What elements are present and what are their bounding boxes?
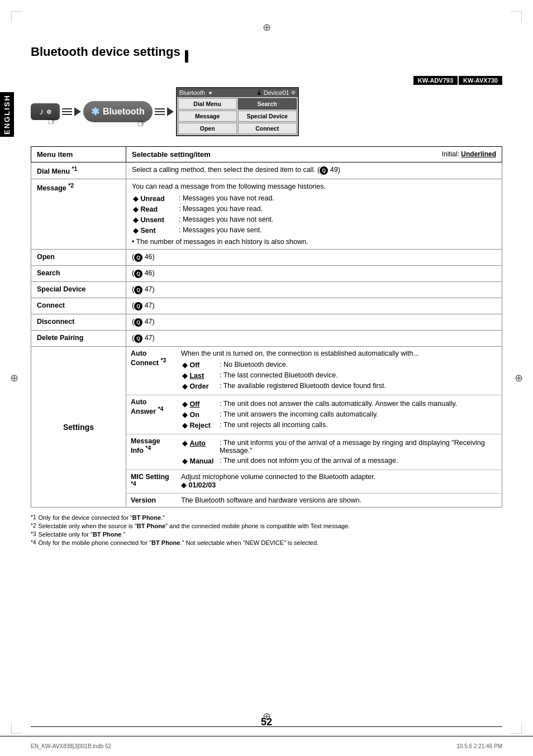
ref-icon-47a: Q <box>134 286 142 294</box>
bottom-left-text: EN_KW-AVX838[J]001B.indb 52 <box>31 743 111 749</box>
msg-sent-desc: : Messages you have sent. <box>179 226 495 235</box>
screen-btn-message[interactable]: Message <box>178 111 237 122</box>
td-message-setting: You can read a message from the followin… <box>126 179 502 250</box>
table-row-connect: Connect (Q 47) <box>31 298 502 314</box>
td-settings-content: Auto Connect *3 When the unit is turned … <box>126 347 502 508</box>
screen-btn-search[interactable]: Search <box>238 98 297 109</box>
list-item: ◆ On : The unit answers the incoming cal… <box>182 410 457 419</box>
screen-btn-connect[interactable]: Connect <box>238 123 297 134</box>
disconnect-text: Disconnect <box>37 318 74 326</box>
mi-auto-label: ◆ Auto <box>182 438 218 455</box>
nav-arrow-1 <box>60 107 83 116</box>
mi-auto-desc: : The unit informs you of the arrival of… <box>220 438 496 455</box>
main-content: Bluetooth device settings KW-ADV793 KW-A… <box>0 0 533 581</box>
nav-line-5 <box>155 111 165 112</box>
td-disconnect-label: Disconnect <box>31 314 126 331</box>
main-table: Menu item Selectable setting/item Initia… <box>31 146 502 508</box>
ref-icon-46b: Q <box>134 270 142 278</box>
th-initial-label: Initial: Underlined <box>442 150 496 158</box>
list-item: ◆ Auto : The unit informs you of the arr… <box>182 438 496 455</box>
td-open-label: Open <box>31 250 126 266</box>
list-item: ◆ Reject : The unit rejects all incoming… <box>182 420 457 430</box>
open-text: Open <box>37 253 55 261</box>
auto-answer-items: ◆ Off : The unit does not answer the cal… <box>181 398 458 431</box>
msg-unsent-desc: : Messages you have not sent. <box>179 215 495 224</box>
version-setting: The Bluetooth software and hardware vers… <box>177 494 502 508</box>
hand-cursor-source: ☞ <box>47 114 58 128</box>
settings-sub-row-auto-connect: Auto Connect *3 When the unit is turned … <box>126 347 502 395</box>
footnote-3: *3 Selectable only for "BT Phone." <box>31 531 502 538</box>
table-row-special-device: Special Device (Q 47) <box>31 282 502 298</box>
aa-off-label: ◆ Off <box>182 399 218 409</box>
msg-unread-label: Unread <box>133 194 178 203</box>
model-label-2: KW-AVX730 <box>459 76 502 85</box>
list-item: ◆ Manual : The unit does not inform you … <box>182 456 496 466</box>
model-label-1: KW-ADV793 <box>413 76 458 85</box>
nav-arrow-2 <box>153 107 176 116</box>
corner-mark-tl <box>11 11 22 22</box>
ac-off-label: ◆ Off <box>182 360 218 370</box>
screen-device-icon: 📱 <box>256 90 262 95</box>
list-item: ◆ Off : The unit does not answer the cal… <box>182 399 457 409</box>
nav-line-4 <box>155 108 165 109</box>
nav-arrow-lines-1 <box>62 108 72 115</box>
ref-icon-47c: Q <box>134 318 142 327</box>
auto-answer-label: Auto Answer *4 <box>126 395 177 434</box>
screen-top-bar: Bluetooth ◄ 📱 Device01 ⚙ <box>177 88 298 97</box>
footnote-2-text: Selectable only when the source is "BT P… <box>38 523 350 529</box>
delete-pairing-text: Delete Pairing <box>37 334 83 342</box>
nav-arrow-lines-2 <box>155 108 165 115</box>
screen-btn-special-device[interactable]: Special Device <box>238 111 297 122</box>
corner-mark-bl <box>11 722 22 734</box>
version-label: Version <box>126 494 177 508</box>
table-row-settings: Settings Auto Connect *3 When the unit i… <box>31 347 502 508</box>
list-item: ◆ Last : The last connected Bluetooth de… <box>182 371 386 380</box>
settings-sub-row-mic-setting: MIC Setting *4 Adjust microphone volume … <box>126 470 502 494</box>
ref-icon-49: Q <box>320 166 328 175</box>
message-intro: You can read a message from the followin… <box>132 183 496 190</box>
bottom-right-text: 10.5.6 2:21:46 PM <box>456 743 502 749</box>
msg-read-desc: : Messages you have read. <box>179 204 495 214</box>
ref-icon-46a: Q <box>134 253 142 262</box>
td-dial-menu-setting: Select a calling method, then select the… <box>126 162 502 179</box>
message-info-setting: ◆ Auto : The unit informs you of the arr… <box>177 434 502 470</box>
settings-label-text: Settings <box>63 423 94 432</box>
ref-icon-47b: Q <box>134 302 142 310</box>
list-item: Unread : Messages you have not read. <box>133 194 495 203</box>
auto-connect-label: Auto Connect *3 <box>126 347 177 395</box>
list-item: Sent : Messages you have sent. <box>133 226 495 235</box>
gear-mark-left: ⊕ <box>10 372 18 384</box>
screen-btn-open[interactable]: Open <box>178 123 237 134</box>
footnote-1: *1 Only for the device connected for "BT… <box>31 514 502 521</box>
td-delete-pairing-setting: (Q 47) <box>126 331 502 347</box>
special-device-text: Special Device <box>37 285 86 293</box>
settings-sub-row-version: Version The Bluetooth software and hardw… <box>126 494 502 508</box>
mic-setting-intro: Adjust microphone volume connected to th… <box>181 473 497 481</box>
msg-unread-desc: : Messages you have not read. <box>179 194 495 203</box>
page-title: Bluetooth device settings <box>31 45 180 59</box>
ac-order-label: ◆ Order <box>182 381 218 391</box>
gear-mark-top: ⊕ <box>263 21 271 34</box>
bluetooth-icon: ✱ <box>91 106 99 118</box>
settings-sub-row-message-info: Message Info *4 ◆ Auto : The unit inform… <box>126 434 502 470</box>
nav-line-6 <box>155 114 165 115</box>
message-info-items: ◆ Auto : The unit informs you of the arr… <box>181 437 497 467</box>
table-row-disconnect: Disconnect (Q 47) <box>31 314 502 331</box>
nav-diagram: ♪ ⚙ ☞ ✱ Bluetooth ☞ <box>31 87 502 136</box>
ref-icon-47d: Q <box>134 334 142 343</box>
ac-off-desc: : No Bluetooth device. <box>220 360 386 370</box>
settings-sub-table: Auto Connect *3 When the unit is turned … <box>126 347 502 507</box>
page-number: 52 <box>261 716 272 728</box>
screen-btn-dial-menu[interactable]: Dial Menu <box>178 98 237 109</box>
screen-device-name: Device01 <box>264 89 289 96</box>
list-item: Unsent : Messages you have not sent. <box>133 215 495 224</box>
settings-sub-row-auto-answer: Auto Answer *4 ◆ Off : The unit does not… <box>126 395 502 434</box>
list-item: ◆ Order : The available registered Bluet… <box>182 381 386 391</box>
auto-connect-intro: When the unit is turned on, the connecti… <box>181 350 497 357</box>
sidebar-english-label: ENGLISH <box>0 92 14 137</box>
nav-arrow-triangle-1 <box>74 107 81 116</box>
th-underlined-text: Underlined <box>461 150 496 158</box>
aa-reject-desc: : The unit rejects all incoming calls. <box>220 420 457 430</box>
footnotes-section: *1 Only for the device connected for "BT… <box>31 514 502 546</box>
td-special-device-label: Special Device <box>31 282 126 298</box>
